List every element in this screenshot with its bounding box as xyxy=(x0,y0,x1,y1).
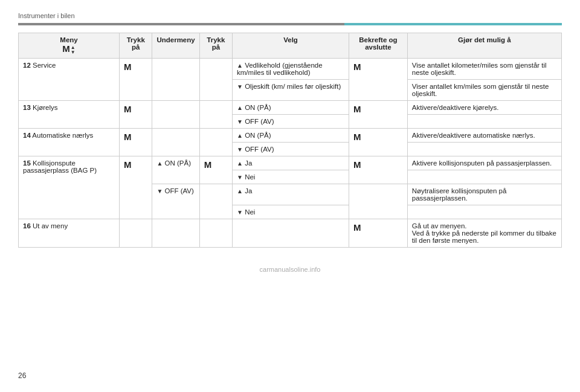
arrow-down-icon: ▼ xyxy=(237,118,243,125)
cell-velg-13a: ▲ ON (PÅ) xyxy=(233,100,349,114)
cell-trykk1-13: M xyxy=(120,100,152,128)
cell-undermeny-15a: ▲ ON (PÅ) xyxy=(152,156,199,184)
cell-gjor-16: Gå ut av menyen. Ved å trykke på nederst… xyxy=(407,219,561,247)
arrow-up-icon: ▲ xyxy=(237,160,243,167)
table-row: 12 Service M ▲ Vedlikehold (gjenstående … xyxy=(19,58,562,79)
cell-trykk2-16 xyxy=(199,219,232,247)
m-symbol-header: M xyxy=(62,43,70,54)
cell-gjor-15d xyxy=(407,205,561,219)
col-velg: Velg xyxy=(233,33,349,59)
cell-trykk2-13 xyxy=(199,100,232,128)
cell-gjor-13b xyxy=(407,114,561,128)
table-row: 13 Kjørelys M ▲ ON (PÅ) M Aktivere/deakt… xyxy=(19,100,562,114)
cell-bekreft-16: M xyxy=(349,219,408,247)
table-row: 16 Ut av meny M Gå ut av menyen. Ved å t… xyxy=(19,219,562,247)
main-table: Meny M▲▼ Trykk på Undermeny Trykk på Vel… xyxy=(18,33,562,248)
cell-menu-16: 16 Ut av meny xyxy=(19,219,120,247)
cell-gjor-14a: Aktivere/deaktivere automatiske nærlys. xyxy=(407,128,561,142)
cell-gjor-12b: Viser antallet km/miles som gjenstår til… xyxy=(407,79,561,100)
cell-trykk1-14: M xyxy=(120,128,152,156)
cell-gjor-15c: Nøytralisere kollisjonsputen på passasje… xyxy=(407,184,561,205)
arrow-up-icon: ▲ xyxy=(237,132,243,139)
cell-gjor-15a: Aktivere kollisjonsputen på passasjerpla… xyxy=(407,156,561,170)
cell-undermeny-14 xyxy=(152,128,199,156)
cell-undermeny-13 xyxy=(152,100,199,128)
arrow-up-icon: ▲ xyxy=(237,62,243,69)
cell-gjor-13a: Aktivere/deaktivere kjørelys. xyxy=(407,100,561,114)
col-meny: Meny M▲▼ xyxy=(19,33,120,59)
col-trykk2: Trykk på xyxy=(199,33,232,59)
arrow-up-icon: ▲ xyxy=(237,188,243,194)
cell-bekreft-15a: M xyxy=(349,156,408,184)
cell-menu-14: 14 Automatiske nærlys xyxy=(19,128,120,156)
cell-velg-13b: ▼ OFF (AV) xyxy=(233,114,349,128)
cell-bekreft-15b xyxy=(349,184,408,219)
cell-trykk2-15a: M xyxy=(199,156,232,184)
cell-undermeny-15b: ▼ OFF (AV) xyxy=(152,184,199,219)
cell-trykk1-16 xyxy=(120,219,152,247)
arrow-down-icon: ▼ xyxy=(237,83,243,90)
cell-undermeny-12 xyxy=(152,58,199,100)
col-trykk1: Trykk på xyxy=(120,33,152,59)
page-header: Instrumenter i bilen xyxy=(18,12,562,25)
cell-velg-14a: ▲ ON (PÅ) xyxy=(233,128,349,142)
cell-velg-15d: ▼ Nei xyxy=(233,205,349,219)
table-row: 15 Kollisjonspute passasjerplass (BAG P)… xyxy=(19,156,562,170)
cell-velg-15b: ▼ Nei xyxy=(233,170,349,184)
cell-velg-14b: ▼ OFF (AV) xyxy=(233,142,349,156)
arrow-down-icon: ▼ xyxy=(237,174,243,181)
cell-trykk2-15b xyxy=(199,184,232,219)
arrow-down-icon: ▼ xyxy=(237,146,243,153)
arrow-up-icon: ▲ xyxy=(237,104,243,111)
cell-bekreft-13: M xyxy=(349,100,408,128)
cell-trykk1-15: M xyxy=(120,156,152,219)
cell-bekreft-14: M xyxy=(349,128,408,156)
cell-trykk2-14 xyxy=(199,128,232,156)
cell-gjor-12a: Vise antallet kilometer/miles som gjenst… xyxy=(407,58,561,79)
cell-bekreft-12: M xyxy=(349,58,408,100)
arrow-down-icon: ▼ xyxy=(237,209,243,216)
cell-trykk1-12: M xyxy=(120,58,152,100)
col-gjor: Gjør det mulig å xyxy=(407,33,561,59)
arrow-up-icon: ▲ xyxy=(156,160,163,167)
cell-menu-12: 12 Service xyxy=(19,58,120,100)
cell-velg-15a: ▲ Ja xyxy=(233,156,349,170)
cell-velg-12b: ▼ Oljeskift (km/ miles før oljeskift) xyxy=(233,79,349,100)
cell-gjor-15b xyxy=(407,170,561,184)
cell-menu-15: 15 Kollisjonspute passasjerplass (BAG P) xyxy=(19,156,120,219)
cell-menu-13: 13 Kjørelys xyxy=(19,100,120,128)
cell-gjor-14b xyxy=(407,142,561,156)
col-meny-label: Meny xyxy=(60,36,77,43)
cell-velg-12a: ▲ Vedlikehold (gjenstående km/miles til … xyxy=(233,58,349,79)
col-bekreft: Bekrefte og avslutte xyxy=(349,33,408,59)
table-row: 14 Automatiske nærlys M ▲ ON (PÅ) M Akti… xyxy=(19,128,562,142)
cell-trykk2-12 xyxy=(199,58,232,100)
watermark: carmanualsoline.info xyxy=(18,266,562,273)
col-undermeny: Undermeny xyxy=(152,33,199,59)
arrow-down-icon: ▼ xyxy=(156,188,163,194)
cell-velg-15c: ▲ Ja xyxy=(233,184,349,205)
cell-velg-16 xyxy=(233,219,349,247)
m-arrows-header: ▲▼ xyxy=(71,45,76,55)
cell-undermeny-16 xyxy=(152,219,199,247)
